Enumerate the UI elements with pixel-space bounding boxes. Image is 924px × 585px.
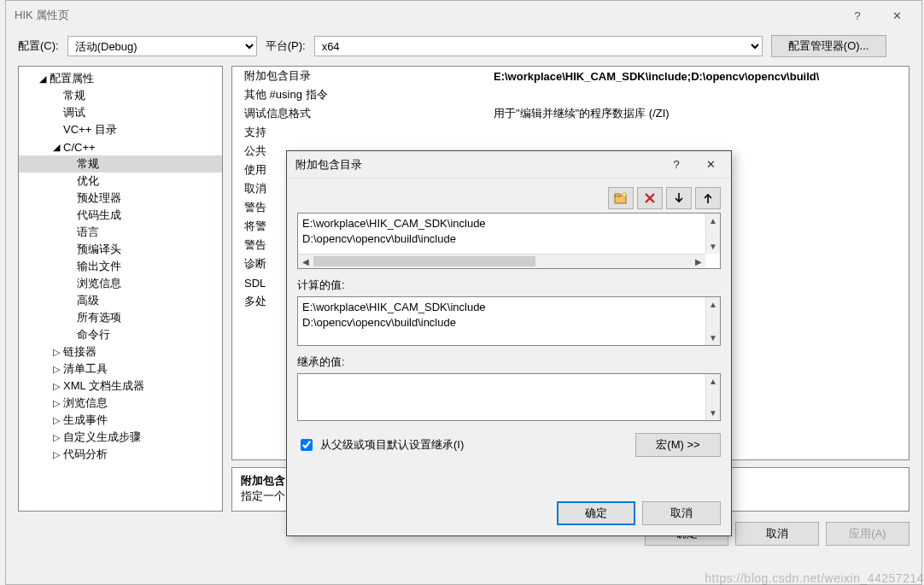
help-button[interactable]: ?: [838, 3, 877, 28]
scroll-down-icon[interactable]: ▼: [706, 331, 720, 345]
scroll-down-icon[interactable]: ▼: [706, 239, 720, 254]
tree-node[interactable]: ▷生成事件: [19, 412, 222, 429]
tree-twisty-icon[interactable]: ▷: [51, 415, 61, 426]
tree-node[interactable]: 浏览信息: [19, 275, 222, 292]
dialog-footer: 确定 取消: [287, 489, 731, 535]
delete-button[interactable]: [637, 187, 663, 209]
dialog-cancel-button[interactable]: 取消: [642, 501, 721, 525]
arrow-down-icon: [674, 192, 684, 204]
tree-node[interactable]: 高级: [19, 292, 222, 309]
grid-key: 支持: [232, 125, 488, 140]
tree-node-label: 优化: [77, 173, 99, 189]
calculated-content: E:\workplace\HIK_CAM_SDK\includeD:\openc…: [300, 299, 705, 343]
apply-button[interactable]: 应用(A): [826, 522, 909, 546]
inherit-checkbox[interactable]: [301, 439, 313, 451]
tree-node-label: 浏览信息: [63, 395, 108, 411]
tree-node[interactable]: ▷XML 文档生成器: [19, 377, 222, 395]
tree-node[interactable]: ▷代码分析: [19, 446, 222, 463]
platform-select[interactable]: x64: [314, 36, 763, 56]
tree-node[interactable]: ◢C/C++: [19, 138, 222, 155]
new-line-button[interactable]: [608, 187, 634, 209]
inherit-checkbox-label[interactable]: 从父级或项目默认设置继承(I): [297, 436, 625, 453]
grid-key: 附加包含目录: [232, 68, 488, 84]
tree-node-label: 预编译头: [77, 242, 121, 257]
tree-node[interactable]: 预编译头: [19, 241, 222, 258]
v-scrollbar[interactable]: ▲ ▼: [705, 297, 720, 345]
scroll-up-icon[interactable]: ▲: [706, 214, 720, 228]
inherit-row: 从父级或项目默认设置继承(I) 宏(M) >>: [297, 433, 721, 457]
scroll-right-icon[interactable]: ▶: [691, 254, 705, 269]
move-down-button[interactable]: [666, 187, 692, 209]
additional-include-dialog: 附加包含目录 ? ✕ E:\workplace\HIK_CAM_SDK\incl…: [286, 150, 732, 536]
dialog-titlebar: 附加包含目录 ? ✕: [287, 151, 731, 178]
grid-row[interactable]: 附加包含目录E:\workplace\HIK_CAM_SDK\include;D…: [232, 67, 909, 85]
macros-button[interactable]: 宏(M) >>: [635, 433, 721, 457]
tree-twisty-icon[interactable]: ▷: [51, 381, 61, 392]
inherited-content: [300, 376, 705, 418]
tree-node[interactable]: VC++ 目录: [19, 121, 222, 138]
dialog-ok-button[interactable]: 确定: [557, 501, 635, 525]
tree-node[interactable]: ▷浏览信息: [19, 395, 222, 412]
paths-listbox[interactable]: E:\workplace\HIK_CAM_SDK\includeD:\openc…: [297, 213, 721, 269]
tree-node-label: C/C++: [63, 141, 96, 154]
tree-twisty-icon[interactable]: ◢: [51, 142, 61, 153]
tree-node-label: 调试: [63, 105, 85, 120]
tree-node[interactable]: 所有选项: [19, 309, 222, 326]
v-scrollbar[interactable]: ▲ ▼: [705, 374, 720, 420]
tree-twisty-icon[interactable]: ▷: [51, 449, 61, 460]
svg-point-2: [623, 193, 626, 196]
scroll-down-icon[interactable]: ▼: [706, 406, 720, 420]
titlebar: HIK 属性页 ? ✕: [6, 1, 921, 30]
config-manager-button[interactable]: 配置管理器(O)...: [771, 35, 886, 57]
tree-node-label: 自定义生成步骤: [63, 430, 141, 445]
tree-twisty-icon[interactable]: ▷: [51, 398, 61, 409]
tree-twisty-icon[interactable]: ◢: [38, 73, 48, 85]
tree-node[interactable]: 代码生成: [19, 207, 222, 224]
tree-node[interactable]: 语言: [19, 224, 222, 241]
scroll-up-icon[interactable]: ▲: [706, 374, 720, 389]
scroll-up-icon[interactable]: ▲: [706, 297, 720, 312]
scroll-left-icon[interactable]: ◀: [298, 254, 313, 269]
delete-x-icon: [644, 192, 656, 204]
move-up-button[interactable]: [695, 187, 721, 209]
tree-twisty-icon[interactable]: ▷: [51, 347, 61, 358]
tree-node-label: XML 文档生成器: [63, 378, 144, 394]
tree-node-label: 所有选项: [77, 310, 121, 325]
cancel-button[interactable]: 取消: [735, 522, 819, 546]
tree-node-label: 语言: [77, 225, 99, 240]
tree-node[interactable]: 输出文件: [19, 258, 222, 275]
dialog-help-button[interactable]: ?: [659, 153, 693, 177]
tree[interactable]: ◢配置属性常规调试VC++ 目录◢C/C++常规优化预处理器代码生成语言预编译头…: [18, 66, 223, 512]
grid-row[interactable]: 调试信息格式用于"编辑并继续"的程序数据库 (/ZI): [232, 104, 909, 123]
grid-value[interactable]: E:\workplace\HIK_CAM_SDK\include;D:\open…: [488, 70, 909, 83]
config-label: 配置(C):: [18, 38, 59, 54]
tree-node[interactable]: ▷链接器: [19, 343, 222, 360]
tree-node[interactable]: 命令行: [19, 326, 222, 343]
tree-node[interactable]: 预处理器: [19, 190, 222, 207]
tree-node[interactable]: 优化: [19, 173, 222, 190]
dialog-close-button[interactable]: ✕: [693, 153, 728, 177]
tree-node[interactable]: ◢配置属性: [19, 70, 222, 87]
tree-node[interactable]: 常规: [19, 155, 222, 173]
tree-node[interactable]: ▷清单工具: [19, 360, 222, 377]
inherited-label: 继承的值:: [297, 354, 721, 370]
tree-node-label: 常规: [63, 88, 85, 103]
tree-twisty-icon[interactable]: ▷: [51, 364, 61, 375]
close-button[interactable]: ✕: [877, 3, 916, 28]
v-scrollbar[interactable]: ▲ ▼: [705, 214, 720, 254]
grid-row[interactable]: 支持: [232, 123, 909, 142]
h-scrollbar[interactable]: ◀ ▶: [298, 254, 705, 268]
config-select[interactable]: 活动(Debug): [67, 36, 257, 56]
tree-twisty-icon[interactable]: ▷: [51, 432, 61, 443]
tree-node-label: 代码分析: [63, 447, 108, 462]
tree-node[interactable]: 调试: [19, 104, 222, 121]
h-thumb[interactable]: [313, 256, 535, 266]
folder-new-icon: [614, 192, 628, 204]
grid-row[interactable]: 其他 #using 指令: [232, 85, 909, 104]
grid-key: 调试信息格式: [232, 106, 488, 121]
tree-node[interactable]: ▷自定义生成步骤: [19, 429, 222, 446]
tree-node[interactable]: 常规: [19, 87, 222, 104]
grid-value[interactable]: 用于"编辑并继续"的程序数据库 (/ZI): [488, 106, 909, 121]
tree-node-label: 清单工具: [63, 361, 108, 377]
svg-rect-1: [615, 194, 620, 196]
